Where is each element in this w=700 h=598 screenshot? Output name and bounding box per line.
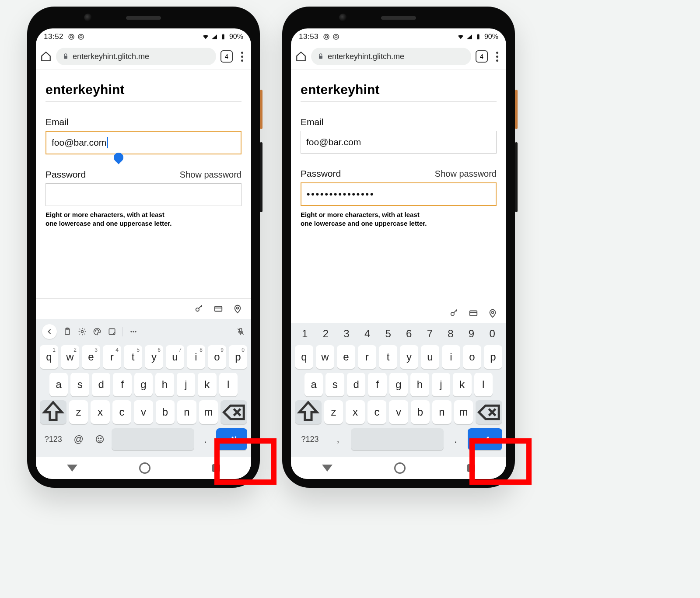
key-j[interactable]: j xyxy=(177,373,195,396)
key-n[interactable]: n xyxy=(432,400,451,424)
card-icon[interactable] xyxy=(214,304,223,314)
clipboard-icon[interactable] xyxy=(63,327,72,336)
key-h[interactable]: h xyxy=(410,373,429,396)
backspace-key[interactable] xyxy=(220,400,247,424)
key-s[interactable]: s xyxy=(326,373,344,396)
comma-key[interactable]: , xyxy=(328,428,349,450)
key-5[interactable]: 5 xyxy=(378,328,399,340)
key-z[interactable]: z xyxy=(324,400,343,424)
address-bar[interactable]: enterkeyhint.glitch.me xyxy=(311,48,471,65)
key-n[interactable]: n xyxy=(177,400,196,424)
nav-home[interactable] xyxy=(394,462,406,474)
key-t[interactable]: t xyxy=(379,345,397,369)
home-icon[interactable] xyxy=(40,51,52,62)
key-3[interactable]: 3 xyxy=(336,328,357,340)
shift-key[interactable] xyxy=(40,400,66,424)
key-p[interactable]: p0 xyxy=(229,345,247,369)
key-f[interactable]: f xyxy=(368,373,386,396)
shift-key[interactable] xyxy=(295,400,322,424)
emoji-key[interactable] xyxy=(91,428,109,450)
key-a[interactable]: a xyxy=(49,373,68,396)
key-c[interactable]: c xyxy=(368,400,386,424)
key-x[interactable]: x xyxy=(346,400,364,424)
key-i[interactable]: i xyxy=(442,345,460,369)
key-z[interactable]: z xyxy=(69,400,88,424)
key-g[interactable]: g xyxy=(389,373,408,396)
gear-icon[interactable] xyxy=(78,327,87,336)
key-icon[interactable] xyxy=(194,304,204,314)
key-4[interactable]: 4 xyxy=(357,328,378,340)
key-j[interactable]: j xyxy=(432,373,450,396)
key-2[interactable]: 2 xyxy=(315,328,336,340)
overflow-menu[interactable] xyxy=(492,52,502,62)
key-f[interactable]: f xyxy=(113,373,131,396)
key-b[interactable]: b xyxy=(411,400,430,424)
key-q[interactable]: q1 xyxy=(40,345,58,369)
location-icon[interactable] xyxy=(488,308,497,318)
key-9[interactable]: 9 xyxy=(461,328,482,340)
location-icon[interactable] xyxy=(233,304,242,314)
email-field[interactable]: foo@bar.com xyxy=(301,131,497,154)
sticker-icon[interactable] xyxy=(108,327,116,336)
key-w[interactable]: w xyxy=(316,345,334,369)
key-r[interactable]: r4 xyxy=(103,345,121,369)
palette-icon[interactable] xyxy=(93,327,102,336)
key-l[interactable]: l xyxy=(219,373,238,396)
key-q[interactable]: q xyxy=(295,345,313,369)
period-key[interactable]: . xyxy=(446,428,465,450)
key-e[interactable]: e xyxy=(337,345,355,369)
nav-home[interactable] xyxy=(139,462,150,474)
key-a[interactable]: a xyxy=(304,373,323,396)
key-m[interactable]: m xyxy=(199,400,218,424)
key-6[interactable]: 6 xyxy=(399,328,420,340)
key-0[interactable]: 0 xyxy=(482,328,503,340)
nav-recent[interactable] xyxy=(212,464,220,472)
cursor-handle[interactable] xyxy=(112,150,125,164)
key-w[interactable]: w2 xyxy=(61,345,79,369)
backspace-key[interactable] xyxy=(476,400,502,424)
key-v[interactable]: v xyxy=(389,400,408,424)
key-u[interactable]: u7 xyxy=(166,345,184,369)
show-password-toggle[interactable]: Show password xyxy=(435,169,497,179)
nav-recent[interactable] xyxy=(467,464,475,472)
symbols-key[interactable]: ?123 xyxy=(295,428,325,450)
key-p[interactable]: p xyxy=(484,345,502,369)
password-field[interactable]: ••••••••••••••• xyxy=(301,182,497,206)
key-m[interactable]: m xyxy=(454,400,473,424)
key-k[interactable]: k xyxy=(453,373,471,396)
key-o[interactable]: o9 xyxy=(208,345,226,369)
key-c[interactable]: c xyxy=(112,400,131,424)
symbols-key[interactable]: ?123 xyxy=(40,428,66,450)
key-o[interactable]: o xyxy=(463,345,481,369)
key-x[interactable]: x xyxy=(91,400,109,424)
at-key[interactable]: @ xyxy=(69,428,88,450)
home-icon[interactable] xyxy=(295,51,307,62)
key-k[interactable]: k xyxy=(198,373,216,396)
period-key[interactable]: . xyxy=(197,428,214,450)
nav-back[interactable] xyxy=(322,465,332,472)
key-e[interactable]: e3 xyxy=(82,345,100,369)
enter-key-next[interactable] xyxy=(216,428,247,450)
key-7[interactable]: 7 xyxy=(420,328,441,340)
key-y[interactable]: y xyxy=(400,345,418,369)
card-icon[interactable] xyxy=(469,308,478,318)
show-password-toggle[interactable]: Show password xyxy=(180,170,242,180)
tab-switcher[interactable]: 4 xyxy=(476,50,488,63)
key-b[interactable]: b xyxy=(156,400,175,424)
key-8[interactable]: 8 xyxy=(440,328,461,340)
key-h[interactable]: h xyxy=(155,373,174,396)
key-d[interactable]: d xyxy=(92,373,110,396)
key-r[interactable]: r xyxy=(358,345,376,369)
tab-switcher[interactable]: 4 xyxy=(220,50,233,63)
mic-off-icon[interactable] xyxy=(236,327,245,336)
key-u[interactable]: u xyxy=(421,345,439,369)
key-icon[interactable] xyxy=(449,308,459,318)
key-i[interactable]: i8 xyxy=(187,345,205,369)
password-field[interactable] xyxy=(46,183,242,206)
email-field[interactable]: foo@bar.com xyxy=(46,131,242,154)
key-1[interactable]: 1 xyxy=(294,328,315,340)
key-s[interactable]: s xyxy=(70,373,89,396)
back-chevron-icon[interactable] xyxy=(42,324,57,339)
enter-key-done[interactable] xyxy=(468,428,502,450)
key-g[interactable]: g xyxy=(134,373,153,396)
